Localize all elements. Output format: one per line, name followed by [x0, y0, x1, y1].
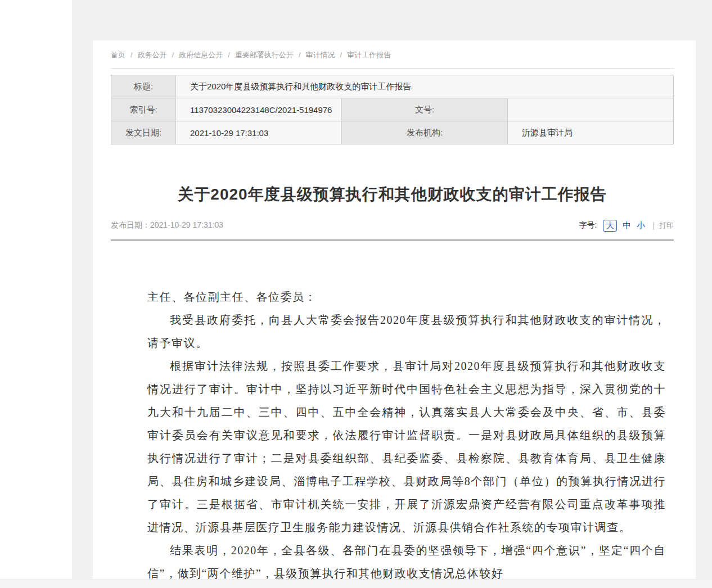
footer-strip: [0, 579, 712, 588]
meta-label-index-number: 索引号:: [111, 98, 176, 121]
breadcrumb-separator: /: [299, 51, 301, 59]
content-inner: 首页/政务公开/政府信息公开/重要部署执行公开/审计情况/审计工作报告 标题: …: [111, 40, 674, 579]
font-size-medium-button[interactable]: 中: [623, 220, 631, 231]
breadcrumb-item-audit-status[interactable]: 审计情况: [306, 51, 335, 59]
vertical-divider: |: [652, 221, 655, 230]
page: 首页/政务公开/政府信息公开/重要部署执行公开/审计情况/审计工作报告 标题: …: [0, 0, 712, 588]
meta-label-doc-number: 文号:: [342, 98, 508, 121]
meta-value-index-number: 11370323004223148C/2021-5194976: [176, 98, 342, 121]
breadcrumb-item-home[interactable]: 首页: [111, 51, 125, 59]
breadcrumb-separator: /: [172, 51, 174, 59]
font-size-small-button[interactable]: 小: [637, 220, 645, 231]
font-size-large-button[interactable]: 大: [603, 220, 617, 232]
paragraph: 结果表明，2020年，全县各级、各部门在县委的坚强领导下，增强“四个意识”，坚定…: [147, 539, 666, 579]
page-title: 关于2020年度县级预算执行和其他财政收支的审计工作报告: [111, 184, 674, 205]
meta-value-doc-number: [508, 98, 674, 121]
metadata-table: 标题: 关于2020年度县级预算执行和其他财政收支的审计工作报告 索引号: 11…: [111, 75, 674, 144]
publish-date: 发布日期：2021-10-29 17:31:03: [111, 220, 223, 230]
breadcrumb-separator: /: [130, 51, 133, 59]
table-row: 发文日期: 2021-10-29 17:31:03 发布机构: 沂源县审计局: [111, 121, 674, 144]
meta-label-issuing-agency: 发布机构:: [342, 121, 508, 144]
table-row: 索引号: 11370323004223148C/2021-5194976 文号:: [111, 98, 674, 121]
article-meta-row: 发布日期：2021-10-29 17:31:03 字号: 大 中 小 | 打印: [111, 219, 674, 232]
publish-date-label: 发布日期：: [111, 220, 150, 229]
left-margin-strip: [0, 0, 72, 579]
paragraph: 我受县政府委托，向县人大常委会报告2020年度县级预算执行和其他财政收支的审计情…: [147, 309, 666, 355]
meta-value-issue-date: 2021-10-29 17:31:03: [176, 121, 342, 144]
header-divider: [111, 239, 674, 241]
content-card: 首页/政务公开/政府信息公开/重要部署执行公开/审计情况/审计工作报告 标题: …: [93, 40, 696, 579]
print-button[interactable]: 打印: [659, 220, 674, 230]
meta-value-issuing-agency: 沂源县审计局: [508, 121, 674, 144]
table-row: 标题: 关于2020年度县级预算执行和其他财政收支的审计工作报告: [111, 75, 674, 98]
font-size-controls: 字号: 大 中 小 | 打印: [579, 220, 674, 232]
breadcrumb-item-gov-affairs[interactable]: 政务公开: [138, 51, 167, 59]
meta-label-title: 标题:: [111, 75, 176, 98]
paragraph: 根据审计法律法规，按照县委工作要求，县审计局对2020年度县级预算执行和其他财政…: [147, 355, 666, 539]
breadcrumb-item-deployment[interactable]: 重要部署执行公开: [235, 51, 294, 59]
article-body: 主任、各位副主任、各位委员： 我受县政府委托，向县人大常委会报告2020年度县级…: [147, 286, 666, 579]
publish-date-value: 2021-10-29 17:31:03: [150, 220, 223, 229]
breadcrumb-separator: /: [340, 51, 343, 59]
breadcrumb-item-gov-info[interactable]: 政府信息公开: [179, 51, 223, 59]
paragraph-salutation: 主任、各位副主任、各位委员：: [147, 286, 666, 309]
meta-value-title: 关于2020年度县级预算执行和其他财政收支的审计工作报告: [176, 75, 674, 98]
breadcrumb-item-audit-report[interactable]: 审计工作报告: [347, 51, 391, 59]
font-size-label: 字号:: [579, 220, 597, 230]
meta-label-issue-date: 发文日期:: [111, 121, 176, 144]
breadcrumb: 首页/政务公开/政府信息公开/重要部署执行公开/审计情况/审计工作报告: [111, 40, 674, 69]
breadcrumb-separator: /: [228, 51, 230, 59]
